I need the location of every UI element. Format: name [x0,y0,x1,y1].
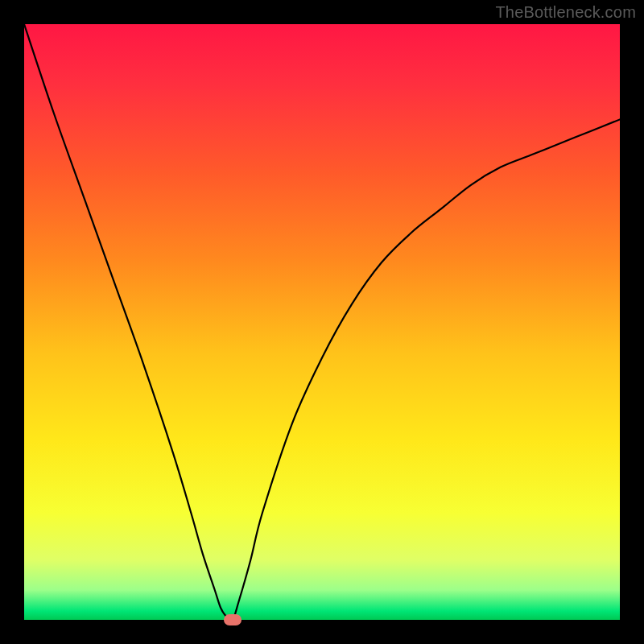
watermark-text: TheBottleneck.com [495,3,636,22]
bottleneck-curve [24,24,620,620]
optimal-point-marker [224,614,242,625]
plot-area [24,24,620,620]
